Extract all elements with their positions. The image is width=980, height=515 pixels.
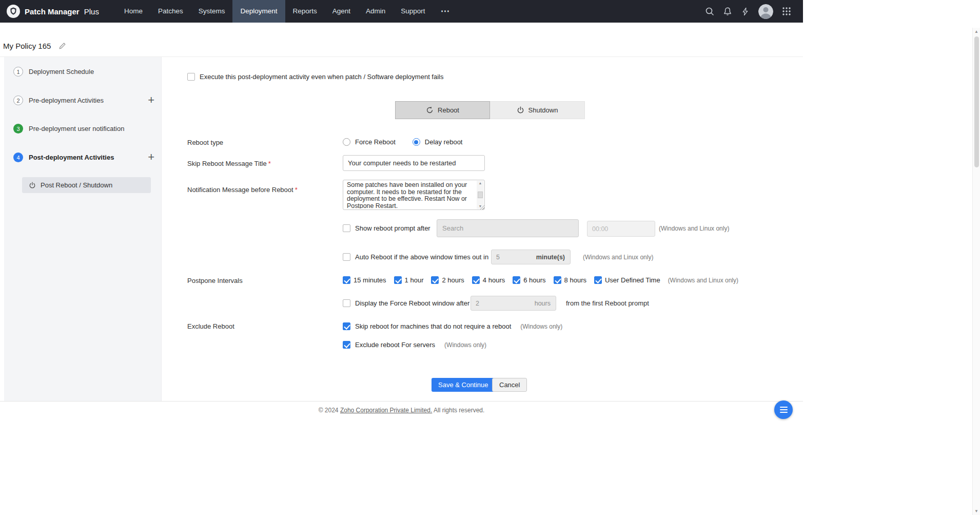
execute-activity-row: Execute this post-deployment activity ev… — [187, 73, 443, 81]
scrollbar-up-icon[interactable]: ▲ — [973, 29, 980, 34]
force-reboot-unit: hours — [530, 296, 556, 310]
skip-reboot-os-note: (Windows only) — [520, 323, 562, 330]
auto-reboot-value: 5 — [492, 254, 500, 261]
save-continue-button[interactable]: Save & Continue — [432, 378, 495, 392]
content-bottom-divider — [0, 401, 803, 402]
page-title: My Policy 165 — [3, 42, 51, 50]
hamburger-icon — [780, 407, 788, 408]
nav-item-deployment[interactable]: Deployment — [232, 0, 285, 23]
required-asterisk: * — [268, 160, 271, 167]
sidebar-item-post-reboot-shutdown[interactable]: Post Reboot / Shutdown — [22, 177, 151, 193]
checkbox-6-hours[interactable] — [513, 276, 520, 284]
step-number: 4 — [13, 152, 23, 162]
postpone-option: 4 hours — [472, 276, 505, 284]
step-number: 3 — [13, 124, 23, 133]
search-icon[interactable] — [705, 7, 714, 16]
add-post-deployment-activity-button[interactable]: + — [148, 151, 154, 163]
show-reboot-prompt-row: Show reboot prompt after — [343, 224, 430, 232]
step-label: Pre-deployment Activities — [29, 97, 104, 104]
delay-reboot-radio[interactable] — [413, 138, 420, 146]
tab-reboot[interactable]: Reboot — [395, 101, 490, 119]
show-prompt-os-note: (Windows and Linux only) — [659, 225, 729, 232]
avatar-person-icon — [758, 4, 773, 19]
notification-message-textarea[interactable]: Some patches have been installed on your… — [343, 180, 485, 210]
option-label: 15 minutes — [354, 276, 386, 284]
textarea-scrollbar: ▲ ▼ — [477, 181, 484, 209]
cancel-button[interactable]: Cancel — [492, 378, 527, 392]
user-avatar[interactable] — [758, 4, 773, 19]
reboot-prompt-search-input — [437, 219, 579, 237]
skip-reboot-machines-checkbox[interactable] — [343, 322, 350, 330]
post-reboot-icon — [29, 182, 36, 189]
exclude-servers-label: Exclude reboot For servers — [355, 341, 435, 349]
page-scrollbar[interactable]: ▲ ▼ — [972, 28, 980, 515]
option-label: 8 hours — [564, 276, 586, 284]
nav-item-support[interactable]: Support — [393, 0, 433, 23]
auto-reboot-unit: minute(s) — [531, 250, 570, 264]
step-label: Pre-deployment user notification — [29, 125, 124, 132]
notification-message-text: Some patches have been installed on your… — [347, 182, 474, 208]
postpone-intervals-label: Postpone Intervals — [187, 277, 243, 284]
force-reboot-window-checkbox[interactable] — [343, 299, 350, 307]
force-reboot-window-row: Display the Force Reboot window after — [343, 299, 469, 307]
main-nav: Home Patches Systems Deployment Reports … — [116, 0, 458, 23]
auto-reboot-checkbox[interactable] — [343, 253, 350, 261]
brand-name: Patch Manager — [25, 7, 80, 16]
execute-activity-label: Execute this post-deployment activity ev… — [200, 73, 443, 81]
textarea-scrollbar-thumb[interactable] — [478, 192, 483, 198]
nav-item-home[interactable]: Home — [116, 0, 150, 23]
show-reboot-prompt-checkbox[interactable] — [343, 224, 350, 232]
reboot-prompt-time-input — [587, 221, 655, 237]
copyright-suffix: All rights reserved. — [432, 407, 484, 414]
step-pre-deployment-user-notification[interactable]: 3 Pre-deployment user notification — [13, 124, 124, 133]
checkbox-2-hours[interactable] — [431, 276, 439, 284]
required-asterisk: * — [295, 186, 298, 194]
postpone-option: 15 minutes — [343, 276, 386, 284]
nav-item-patches[interactable]: Patches — [150, 0, 191, 23]
shutdown-power-icon — [517, 106, 524, 114]
copyright-prefix: © 2024 — [319, 407, 340, 414]
exclude-servers-checkbox[interactable] — [343, 341, 350, 349]
force-reboot-label: Force Reboot — [355, 138, 396, 146]
floating-menu-button[interactable] — [774, 400, 793, 419]
checkbox-15-minutes[interactable] — [343, 276, 350, 284]
scrollbar-thumb[interactable] — [974, 36, 979, 167]
checkbox-1-hour[interactable] — [394, 276, 402, 284]
quick-actions-bolt-icon[interactable] — [741, 7, 750, 16]
option-label: 6 hours — [523, 276, 545, 284]
edit-policy-name-icon[interactable] — [58, 42, 66, 50]
checkbox-4-hours[interactable] — [472, 276, 480, 284]
exclude-servers-row: Exclude reboot For servers (Windows only… — [343, 341, 486, 349]
nav-item-admin[interactable]: Admin — [358, 0, 393, 23]
nav-item-reports[interactable]: Reports — [285, 0, 325, 23]
step-deployment-schedule[interactable]: 1 Deployment Schedule — [13, 67, 94, 77]
step-number: 2 — [13, 96, 23, 105]
notification-bell-icon[interactable] — [723, 7, 732, 16]
add-pre-deployment-activity-button[interactable]: + — [148, 94, 154, 106]
tab-shutdown[interactable]: Shutdown — [490, 101, 585, 119]
option-label: User Defined Time — [605, 276, 660, 284]
scrollbar-down-icon[interactable]: ▼ — [973, 509, 980, 513]
skip-reboot-machines-label: Skip reboot for machines that do not req… — [355, 322, 511, 330]
skip-reboot-title-input[interactable] — [343, 155, 485, 171]
execute-activity-checkbox[interactable] — [187, 73, 195, 81]
zoho-corporation-link[interactable]: Zoho Corporation Private Limited. — [340, 407, 432, 414]
apps-grid-icon[interactable] — [782, 7, 791, 16]
nav-item-more[interactable]: ⋯ — [433, 0, 458, 23]
force-reboot-value: 2 — [471, 300, 479, 307]
checkbox-8-hours[interactable] — [554, 276, 561, 284]
delay-reboot-option: Delay reboot — [413, 138, 463, 146]
auto-reboot-minutes-input: 5 minute(s) — [491, 250, 571, 264]
scroll-up-icon[interactable]: ▲ — [479, 181, 482, 185]
auto-reboot-label: Auto Reboot if the above window times ou… — [355, 253, 488, 261]
nav-item-agent[interactable]: Agent — [325, 0, 358, 23]
checkbox-user-defined-time[interactable] — [594, 276, 602, 284]
reboot-icon — [426, 106, 434, 114]
nav-item-systems[interactable]: Systems — [191, 0, 233, 23]
option-label: 2 hours — [442, 276, 464, 284]
step-pre-deployment-activities[interactable]: 2 Pre-deployment Activities — [13, 96, 104, 105]
brand-logo[interactable]: Patch Manager Plus — [7, 5, 99, 18]
step-post-deployment-activities[interactable]: 4 Post-deployment Activities — [13, 152, 114, 162]
auto-reboot-os-note: (Windows and Linux only) — [583, 254, 653, 261]
force-reboot-radio[interactable] — [343, 138, 350, 146]
